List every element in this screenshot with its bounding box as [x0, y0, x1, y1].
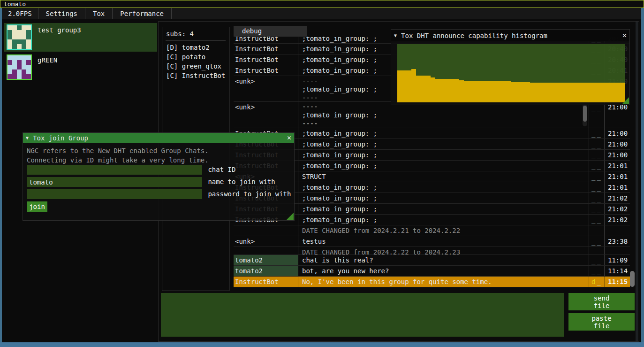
status-indicator: _ — [591, 194, 597, 202]
avatar-pixel — [26, 44, 31, 49]
sidebar-item-test_group3[interactable]: test_group3 — [4, 23, 157, 52]
avatar-pixel — [26, 74, 31, 79]
histogram-bar — [530, 83, 535, 102]
message-time: 21:00 — [604, 139, 630, 149]
status-indicator: _ — [597, 184, 602, 191]
avatar-identicon — [8, 25, 31, 49]
resize-grip[interactable] — [287, 213, 294, 220]
group-avatar — [7, 24, 32, 50]
avatar-pixel — [12, 44, 17, 49]
avatar-pixel — [22, 69, 26, 74]
avatar-identicon — [8, 55, 31, 79]
status-indicator: _ — [597, 151, 602, 159]
message-time — [604, 225, 630, 236]
message-status: __ — [589, 215, 604, 225]
histogram-bar — [435, 79, 440, 102]
menu-item-tox[interactable]: Tox — [85, 8, 112, 19]
message-status: __ — [589, 171, 604, 182]
message-time: 21:02 — [604, 204, 630, 214]
histogram-bar — [492, 81, 497, 102]
message-input[interactable] — [161, 293, 564, 337]
close-icon[interactable]: ✕ — [622, 32, 627, 39]
histogram-bar — [487, 81, 492, 102]
dht-histogram-titlebar[interactable]: ▼ Tox DHT announce capability histogram … — [391, 30, 629, 41]
menu-item-settings[interactable]: Settings — [38, 8, 85, 19]
join-group-window: ▼ Tox join Group ✕ NGC refers to the New… — [23, 132, 295, 221]
message-text: DATE CHANGED from 2024.2.22 to 2024.2.23 — [298, 247, 589, 254]
histogram-bar — [521, 82, 525, 102]
message-text: ;tomato_in_group: ; — [298, 215, 589, 225]
status-indicator: _ — [591, 184, 597, 191]
avatar-pixel — [22, 44, 26, 49]
avatar-pixel — [17, 69, 22, 74]
avatar-pixel — [12, 55, 17, 60]
message-time: 11:14 — [604, 266, 630, 276]
message-status: __ — [589, 182, 604, 193]
chat-scrollbar[interactable] — [630, 271, 635, 287]
avatar-pixel — [17, 60, 22, 65]
member-item-potato[interactable]: [C] potato — [166, 52, 227, 62]
resize-grip[interactable] — [622, 97, 629, 104]
send-file-button[interactable]: send file — [568, 293, 635, 310]
message-text: No, I've been in this group for quite so… — [298, 277, 589, 287]
avatar-pixel — [22, 74, 26, 79]
avatar-pixel — [26, 25, 31, 30]
close-icon[interactable]: ✕ — [287, 134, 291, 141]
histogram-bar — [597, 83, 601, 102]
avatar-pixel — [22, 39, 26, 44]
avatar-pixel — [26, 69, 31, 74]
message-time: 11:09 — [604, 255, 630, 265]
pane-scrollbar-track[interactable] — [636, 22, 638, 341]
collapse-icon[interactable]: ▼ — [394, 33, 397, 38]
window-frame-right — [641, 8, 644, 342]
tab-debug[interactable]: debug — [234, 26, 307, 37]
avatar-pixel — [26, 30, 31, 35]
message-text: ;tomato_in_group: ; — [298, 150, 589, 160]
sidebar-item-gREEN[interactable]: gREEN — [4, 53, 157, 82]
message-scrollbar[interactable] — [583, 106, 587, 122]
message-sender: InstructBot — [234, 54, 298, 65]
histogram-bar — [611, 83, 615, 102]
histogram-bar — [497, 81, 501, 102]
message-status: __ — [589, 139, 604, 149]
dht-histogram-title: Tox DHT announce capability histogram — [401, 32, 547, 39]
avatar-pixel — [17, 35, 22, 39]
join-password-input[interactable] — [27, 189, 202, 199]
window-frame-left — [0, 8, 2, 342]
member-item-InstructBot[interactable]: [C] InstructBot — [166, 71, 227, 80]
avatar-pixel — [8, 25, 12, 30]
histogram-bar — [416, 76, 421, 102]
message-text: ;tomato_in_group: ; — [298, 204, 589, 214]
join-name-input[interactable] — [27, 177, 202, 187]
join-group-titlebar[interactable]: ▼ Tox join Group ✕ — [23, 133, 294, 143]
message-sender: InstructBot — [234, 65, 298, 76]
join-button[interactable]: join — [27, 201, 47, 212]
subs-count: subs: 4 — [166, 30, 194, 38]
message-text: bot, are you new here? — [298, 266, 589, 276]
avatar-pixel — [17, 44, 22, 49]
member-list: [D] tomato2[C] potato[C] green_qtox[C] I… — [166, 43, 227, 80]
avatar-pixel — [8, 55, 12, 60]
message-time — [604, 247, 630, 254]
histogram-bar — [464, 81, 469, 102]
avatar-pixel — [12, 65, 17, 69]
avatar-pixel — [12, 35, 17, 39]
message-text: ;tomato_in_group: ; — [298, 161, 589, 171]
histogram-bar — [563, 83, 568, 102]
histogram-bar — [440, 79, 445, 102]
message-time: 21:01 — [604, 171, 630, 182]
member-item-green_qtox[interactable]: [C] green_qtox — [166, 62, 227, 71]
message-text: ---- ;tomato_in_group: ; ---- — [298, 102, 589, 128]
message-status: __ — [589, 150, 604, 160]
status-indicator: _ — [597, 256, 602, 264]
message-time: 21:01 — [604, 182, 630, 193]
chat-row: InstructBotNo, I've been in this group f… — [234, 277, 630, 287]
histogram-bar — [615, 83, 620, 102]
member-item-tomato2[interactable]: [D] tomato2 — [166, 43, 227, 52]
chat-id-input[interactable] — [27, 165, 202, 175]
paste-file-button[interactable]: paste file — [568, 313, 635, 331]
group-name: gREEN — [38, 56, 57, 64]
collapse-icon[interactable]: ▼ — [26, 135, 29, 140]
avatar-pixel — [17, 74, 22, 79]
menu-item-performance[interactable]: Performance — [113, 8, 171, 19]
